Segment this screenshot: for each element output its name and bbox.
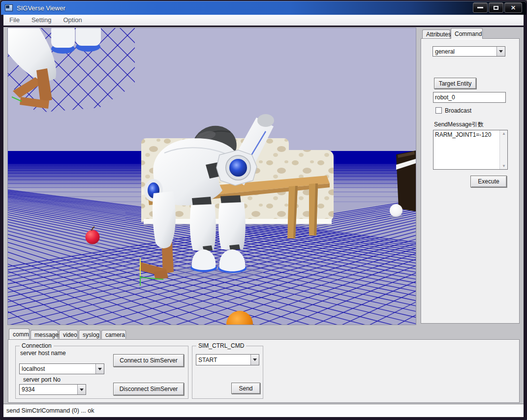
broadcast-label: Broadcast (445, 107, 471, 114)
app-icon (5, 4, 13, 11)
command-tab-page: general Target Entity Broadcast SendMess… (421, 38, 520, 324)
white-ball (390, 204, 403, 217)
chevron-down-icon[interactable] (77, 385, 86, 394)
tab-attributes[interactable]: Attributes (422, 30, 450, 38)
command-panel: Attributes Command general Target Entity… (421, 28, 520, 324)
server-host-label: server host name (20, 350, 66, 357)
target-entity-input[interactable] (433, 92, 506, 103)
simulation-scene (8, 28, 416, 325)
send-message-textarea[interactable]: RARM_JOINT1=-120 (434, 130, 499, 169)
tv-screen (396, 150, 416, 211)
maximize-button[interactable] (489, 2, 503, 13)
connect-button[interactable]: Connect to SimServer (113, 354, 184, 367)
tab-command[interactable]: Command (451, 28, 483, 39)
command-type-value: general (433, 48, 496, 55)
status-bar: send SimCtrlCommand (0) ... ok (3, 404, 524, 417)
server-port-label: server port No (23, 376, 61, 383)
server-port-value: 9334 (20, 386, 77, 393)
close-button[interactable]: ✕ (504, 2, 522, 13)
send-button[interactable]: Send (231, 383, 260, 394)
tab-comm[interactable]: comm (9, 329, 30, 339)
sim-ctrl-select[interactable]: START (196, 354, 259, 365)
log-panel: comm messages video syslog camera Connec… (8, 329, 520, 403)
client-area: Attributes Command general Target Entity… (3, 27, 524, 404)
menu-setting[interactable]: Setting (26, 16, 57, 24)
chevron-down-icon[interactable] (496, 47, 505, 56)
broadcast-checkbox-row[interactable]: Broadcast (435, 107, 471, 114)
send-message-box: RARM_JOINT1=-120 ▲ ▼ (433, 130, 508, 170)
connection-legend: Connection (20, 342, 54, 349)
sigverse-viewer-window: SIGVerse Viewer ✕ File Setting Option (0, 0, 527, 420)
disconnect-button[interactable]: Disconnect SimServer (113, 383, 184, 395)
menu-file[interactable]: File (3, 16, 26, 24)
menu-bar: File Setting Option (3, 15, 524, 26)
window-title: SIGVerse Viewer (17, 4, 65, 12)
send-message-label: SendMessage引数 (434, 120, 484, 129)
scroll-down-icon[interactable]: ▼ (500, 164, 508, 168)
chevron-down-icon[interactable] (250, 355, 259, 365)
server-host-value: localhost (20, 365, 95, 372)
server-port-select[interactable]: 9334 (19, 384, 86, 395)
server-host-select[interactable]: localhost (19, 363, 104, 374)
sim-ctrl-legend: SIM_CTRL_CMD (196, 342, 246, 349)
target-entity-button[interactable]: Target Entity (434, 78, 476, 89)
tab-syslog[interactable]: syslog (79, 330, 100, 339)
textarea-scrollbar[interactable]: ▲ ▼ (499, 130, 507, 169)
close-icon: ✕ (511, 5, 516, 11)
chevron-down-icon[interactable] (95, 364, 104, 374)
3d-viewport[interactable] (8, 28, 416, 325)
tab-video[interactable]: video (59, 330, 78, 339)
tab-camera[interactable]: camera (101, 330, 126, 339)
execute-button[interactable]: Execute (470, 176, 507, 187)
menu-option[interactable]: Option (57, 16, 88, 24)
scroll-up-icon[interactable]: ▲ (500, 131, 508, 136)
tab-messages[interactable]: messages (31, 330, 58, 339)
title-bar[interactable]: SIGVerse Viewer ✕ (1, 1, 526, 15)
command-type-select[interactable]: general (433, 46, 505, 57)
broadcast-checkbox[interactable] (435, 107, 442, 114)
sim-ctrl-value: START (196, 357, 250, 363)
minimize-icon (477, 7, 483, 8)
maximize-icon (494, 6, 498, 10)
status-text: send SimCtrlCommand (0) ... ok (3, 407, 94, 414)
minimize-button[interactable] (473, 2, 488, 13)
comm-tab-page: Connection server host name localhost se… (8, 339, 520, 403)
